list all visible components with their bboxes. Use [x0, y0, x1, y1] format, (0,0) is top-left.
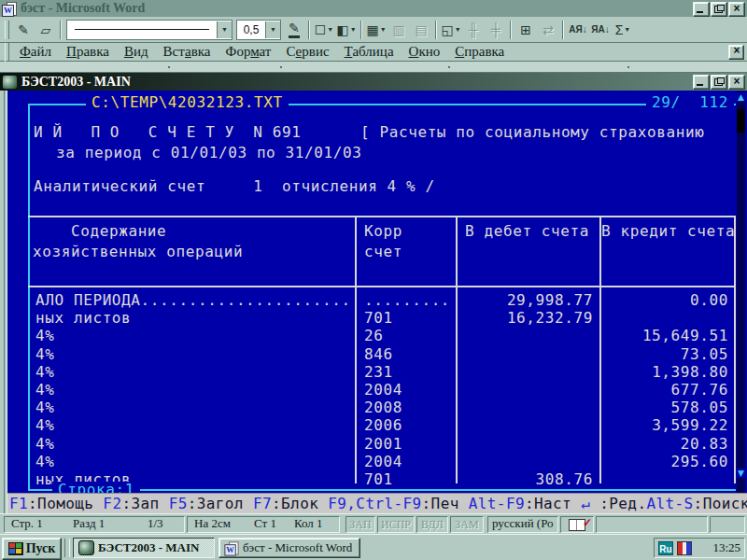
fkey-label-1: :Помощь: [28, 495, 93, 512]
chevron-down-icon[interactable]: ▼: [265, 21, 280, 38]
menu-item-4[interactable]: Формат: [218, 44, 279, 60]
analytic-account-line: Аналитический счет 1 отчисления 4 % /: [34, 178, 435, 194]
fkey-5[interactable]: F9,Ctrl-F9: [328, 495, 421, 512]
word-title-text: бэст - Microsoft Word: [21, 1, 145, 16]
eraser-icon[interactable]: ▱: [35, 20, 57, 40]
row-9-corr-account: 2004: [364, 454, 402, 469]
row-10-corr-account: 701: [364, 471, 393, 487]
fkey-3[interactable]: F5: [169, 495, 188, 512]
mode-overtype[interactable]: ЗАМ: [450, 516, 484, 533]
menu-item-6[interactable]: Таблица: [337, 44, 402, 60]
fkey-4[interactable]: F7: [253, 495, 272, 512]
outside-border-icon[interactable]: ☐▼: [313, 20, 335, 40]
menubar-grip[interactable]: [5, 43, 9, 62]
menu-item-2[interactable]: Вид: [117, 44, 156, 60]
row-4-description: 4%: [35, 364, 54, 380]
row-6-credit: 578.05: [605, 399, 728, 415]
best-task-icon: [78, 540, 94, 555]
best-minimize-button[interactable]: [693, 75, 710, 90]
mode-extend[interactable]: ВДЛ: [416, 516, 448, 533]
mode-track[interactable]: ИСПР: [377, 516, 415, 533]
fkey-8[interactable]: Alt-S: [646, 495, 693, 512]
dos-left-border: [28, 104, 30, 490]
menu-item-0[interactable]: Файл: [12, 44, 59, 60]
task-button-word-label: бэст - Microsoft Word: [243, 540, 352, 555]
row-7-description: 4%: [35, 417, 54, 433]
status-line: Ст 1: [254, 516, 276, 531]
col2-header-line1: Корр: [364, 223, 402, 239]
fkey-label-8: :Поиск: [694, 495, 747, 512]
row-8-credit: 20.83: [605, 436, 728, 452]
function-key-bar: F1:Помощь F2:Зап F5:Загол F7:Блок F9,Ctr…: [7, 493, 747, 513]
keyboard-layout-icon[interactable]: [677, 541, 692, 555]
best-close-button[interactable]: ×: [728, 75, 745, 90]
col4-header: В кредит счета: [601, 223, 735, 239]
menu-item-1[interactable]: Правка: [59, 44, 117, 60]
menu-item-7[interactable]: Окно: [402, 44, 448, 60]
cell-align-icon[interactable]: ◱▼: [440, 20, 462, 40]
taskbar: Пуск БЭСТ2003 - MAIN W бэст - Microsoft …: [0, 534, 747, 560]
shading-color-icon[interactable]: ◧▼: [335, 20, 358, 40]
fkey-6[interactable]: Alt-F9: [469, 495, 525, 512]
restore-button[interactable]: [711, 2, 727, 17]
status-panel-spelling[interactable]: ✓: [560, 516, 594, 533]
distribute-cols-icon: ╪: [485, 20, 507, 40]
autosum-icon[interactable]: Σ▼: [612, 20, 634, 40]
mode-rec[interactable]: ЗАП: [345, 516, 375, 533]
scroll-down-icon[interactable]: ▼: [736, 469, 746, 478]
language-indicator-ru[interactable]: Ru: [658, 541, 673, 555]
fkey-1[interactable]: F1: [9, 495, 28, 512]
row-2-corr-account: 26: [364, 328, 383, 343]
draw-table-pen-icon[interactable]: ✎: [12, 20, 35, 40]
close-button[interactable]: ×: [728, 2, 745, 17]
line-weight-combo[interactable]: 0,5▼: [236, 20, 281, 40]
row-0-corr-account: .........: [364, 292, 450, 308]
sort-ascending-icon[interactable]: АЯ↓: [567, 20, 589, 40]
report-title-right: [ Расчеты по социальному страхованию: [360, 124, 704, 140]
minimize-button[interactable]: [693, 2, 710, 17]
line-style-combo[interactable]: ▼: [66, 20, 233, 40]
scroll-up-icon[interactable]: ▲: [736, 92, 746, 102]
start-label: Пуск: [26, 541, 56, 556]
task-button-best[interactable]: БЭСТ2003 - MAIN: [73, 538, 215, 558]
table-autoformat-icon[interactable]: ⊞: [514, 20, 537, 40]
status-panel-empty-2: [710, 516, 745, 533]
start-button[interactable]: Пуск: [2, 538, 62, 560]
row-1-description: ных листов: [35, 310, 131, 326]
document-close-button[interactable]: ×: [728, 45, 744, 60]
fkey-2[interactable]: F2: [103, 495, 121, 512]
fkey-7[interactable]: ↵: [581, 495, 599, 512]
row-8-corr-account: 2001: [364, 436, 402, 452]
fkey-label-5: :Печ: [422, 495, 459, 512]
dos-scrollbar-thumb[interactable]: [737, 109, 745, 133]
spelling-book-icon: ✓: [569, 519, 585, 531]
table-vline-1: [355, 216, 357, 483]
chevron-down-icon[interactable]: ▼: [217, 21, 232, 38]
col2-header-line2: счет: [364, 244, 402, 259]
menu-item-8[interactable]: Справка: [447, 44, 512, 60]
dos-row-status: Строка:1: [52, 482, 140, 493]
table-vline-3: [599, 216, 601, 483]
sort-descending-icon[interactable]: ЯА↓: [589, 20, 612, 40]
fkey-label-4: :Блок: [272, 495, 318, 512]
row-3-corr-account: 846: [364, 346, 393, 362]
split-cells-icon: ▤: [410, 20, 432, 40]
dos-file-path: C:\TEMP\42032123.TXT: [86, 94, 289, 110]
row-4-corr-account: 231: [364, 364, 393, 380]
menu-item-3[interactable]: Вставка: [156, 44, 218, 60]
text-direction-icon: ⇄: [537, 20, 559, 40]
toolbar-grip[interactable]: [5, 21, 9, 39]
dos-page-indicator: 29/ 112: [646, 94, 734, 110]
task-button-word[interactable]: W бэст - Microsoft Word: [218, 538, 360, 558]
border-color-pen-icon[interactable]: ✎: [283, 20, 305, 40]
row-8-description: 4%: [35, 436, 54, 452]
tables-borders-toolbar: ✎▱▼0,5▼✎☐▼◧▼▦▼▥▤◱▼╫╪⊞⇄АЯ↓ЯА↓Σ▼: [0, 17, 747, 43]
taskbar-divider: [64, 539, 70, 557]
best-restore-button[interactable]: [711, 75, 727, 90]
best-title-text: БЭСТ2003 - MAIN: [21, 75, 131, 90]
menu-item-5[interactable]: Сервис: [278, 44, 336, 60]
row-7-corr-account: 2006: [364, 417, 402, 433]
dos-scrollbar[interactable]: [737, 91, 745, 493]
row-0-credit: 0.00: [605, 292, 728, 308]
insert-table-icon[interactable]: ▦▼: [365, 20, 388, 40]
